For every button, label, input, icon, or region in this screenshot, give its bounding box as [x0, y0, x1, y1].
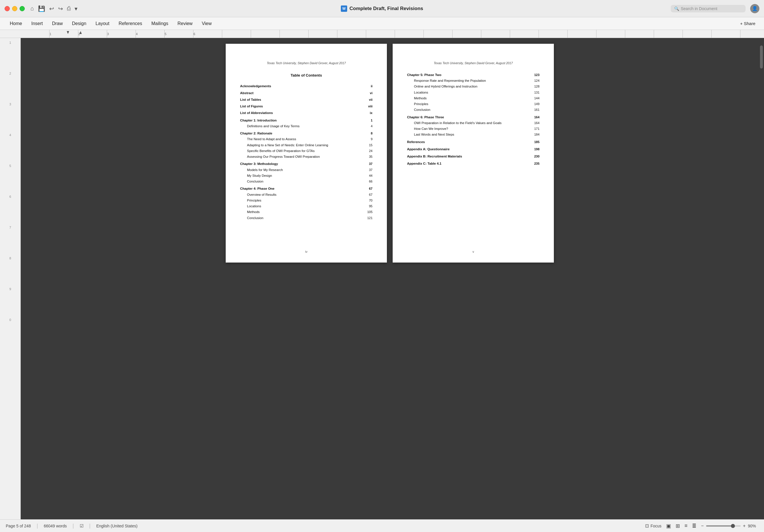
track-changes-icon[interactable]: ☑ [80, 523, 84, 529]
toc-entry-ch2-sub2: Adapting to a New Set of Needs: Enter On… [240, 143, 372, 148]
share-button[interactable]: + Share [737, 20, 758, 27]
focus-icon: ⊡ [645, 523, 649, 529]
ruler-mark-5: 5 [9, 164, 11, 168]
menu-draw[interactable]: Draw [48, 19, 67, 28]
toc-entry-ch5-sub5: Principles 149 [407, 101, 539, 106]
scrollbar-thumb[interactable] [760, 46, 763, 69]
toc-entry-ch4-sub1: Overview of Results 67 [240, 192, 372, 197]
title-bar-right: 🔍 Search in Document 👤 [671, 4, 759, 13]
separator-1: | [37, 523, 38, 529]
toc-entry-appendix-b: Appendix B: Recruitment Materials 230 [407, 154, 539, 159]
redo-icon[interactable]: ↪ [58, 5, 63, 12]
ruler-mark-7: 7 [9, 226, 11, 229]
scrollbar[interactable] [759, 38, 764, 519]
toc-entry-ch4-sub3: Locations 95 [240, 204, 372, 209]
page-right-footer: v [393, 249, 554, 254]
layout-icon-2[interactable]: ⊞ [675, 523, 680, 529]
traffic-lights [5, 6, 25, 11]
toc-entry-ch4: Chapter 4: Phase One 67 [240, 186, 372, 191]
menu-mailings[interactable]: Mailings [147, 19, 172, 28]
toc-entry-ch1-sub1: Definitions and Usage of Key Terms 4 [240, 124, 372, 129]
menu-layout[interactable]: Layout [92, 19, 113, 28]
toc-entry-list-tables: List of Tables vii [240, 97, 372, 102]
status-bar-right: ⊡ Focus ▣ ⊞ ≡ ≣ − + 90% [645, 523, 758, 529]
toc-entry-ch5: Chapter 5: Phase Two 123 [407, 73, 539, 78]
zoom-plus[interactable]: + [743, 523, 746, 529]
toc-entry-ch3-sub2: My Study Design 44 [240, 173, 372, 178]
zoom-slider-thumb[interactable] [731, 524, 735, 528]
toc-entry-ch6-sub1: OWI Preparation in Relation to the Field… [407, 121, 539, 125]
zoom-slider-fill [706, 525, 732, 527]
zoom-slider[interactable] [706, 525, 741, 527]
maximize-button[interactable] [20, 6, 25, 11]
ruler: 1 2 3 4 5 6 [0, 30, 764, 38]
toc-entry-ch4-sub5: Conclusion 121 [240, 216, 372, 221]
document-title: Complete Draft, Final Revisions [349, 6, 423, 12]
toc-entry-ch3-sub3: Conclusion 66 [240, 179, 372, 184]
page-left: Texas Tech University, Stephen David Gro… [226, 44, 387, 263]
menu-review[interactable]: Review [173, 19, 196, 28]
status-bar: Page 5 of 248 | 66049 words | ☑ | Englis… [0, 519, 764, 532]
avatar[interactable]: 👤 [750, 4, 759, 13]
menu-home[interactable]: Home [6, 19, 26, 28]
toc-entry-references: References 185 [407, 140, 539, 144]
separator-3: | [89, 523, 91, 529]
separator-2: | [73, 523, 74, 529]
toc-entry-ch5-sub6: Conclusion 161 [407, 107, 539, 112]
toc-entry-list-figures: List of Figures viii [240, 104, 372, 109]
ruler-mark-6: 6 [9, 195, 11, 198]
page-left-footer: iv [226, 249, 387, 254]
toc-entry-ch5-sub3: Locations 131 [407, 90, 539, 95]
page-info: Page 5 of 248 [6, 524, 31, 528]
toc-entry-ch2-sub1: The Need to Adapt and to Assess 9 [240, 137, 372, 142]
save-icon[interactable]: 💾 [38, 5, 45, 12]
toc-entry-ch5-sub4: Methods 144 [407, 96, 539, 101]
toc-entry-ch6: Chapter 6: Phase Three 164 [407, 115, 539, 120]
ruler-mark-10: 0 [9, 318, 11, 321]
menu-insert[interactable]: Insert [27, 19, 47, 28]
close-button[interactable] [5, 6, 10, 11]
word-app-icon: W [341, 5, 347, 12]
menu-references[interactable]: References [114, 19, 146, 28]
toc-entry-ch6-sub2: How Can We Improve? 171 [407, 126, 539, 131]
print-icon[interactable]: ⎙ [67, 5, 71, 12]
toc-entry-ch3: Chapter 3: Methodology 37 [240, 161, 372, 166]
toc-entry-ch6-sub3: Last Words and Next Steps 184 [407, 132, 539, 137]
ruler-mark-4: 4 [9, 133, 11, 137]
pages-container[interactable]: Texas Tech University, Stephen David Gro… [21, 38, 759, 519]
search-bar[interactable]: 🔍 Search in Document [671, 5, 746, 12]
layout-icon-3[interactable]: ≡ [684, 523, 688, 529]
focus-button[interactable]: ⊡ Focus [645, 523, 662, 529]
toc-entry-ch4-sub4: Methods 105 [240, 210, 372, 215]
toc-entry-ch5-sub2: Online and Hybrid Offerings and Instruct… [407, 84, 539, 89]
menu-view[interactable]: View [198, 19, 216, 28]
menu-bar-right: + Share [737, 20, 758, 27]
ruler-mark-8: 8 [9, 257, 11, 260]
toc-entry-abstract: Abstract vi [240, 91, 372, 95]
home-icon[interactable]: ⌂ [31, 5, 34, 12]
undo-icon[interactable]: ↩ [49, 5, 54, 12]
menu-design[interactable]: Design [68, 19, 91, 28]
customize-icon[interactable]: ▾ [75, 5, 78, 12]
search-placeholder: Search in Document [681, 6, 717, 11]
toc-entry-ch2-sub4: Assessing Our Progress Toward OWI Prepar… [240, 154, 372, 159]
minimize-button[interactable] [12, 6, 17, 11]
layout-icon-4[interactable]: ≣ [692, 523, 696, 529]
left-ruler: 1 2 3 4 5 6 7 8 9 0 [0, 38, 21, 519]
zoom-control[interactable]: − + 90% [701, 523, 758, 529]
ruler-mark-9: 9 [9, 287, 11, 291]
svg-text:4: 4 [136, 32, 138, 36]
zoom-minus[interactable]: − [701, 523, 703, 529]
svg-marker-6 [67, 31, 69, 34]
page-right: Texas Tech University, Stephen David Gro… [393, 44, 554, 263]
svg-text:5: 5 [165, 32, 166, 36]
page-left-header: Texas Tech University, Stephen David Gro… [240, 61, 372, 66]
zoom-level: 90% [748, 524, 758, 528]
toc-entry-ch5-sub1: Response Rate and Representing the Popul… [407, 78, 539, 83]
toc-entry-ch2-sub3: Specific Benefits of OWI Preparation for… [240, 148, 372, 153]
ruler-mark-2: 2 [9, 72, 11, 75]
title-bar: ⌂ 💾 ↩ ↪ ⎙ ▾ W Complete Draft, Final Revi… [0, 0, 764, 17]
menu-bar: Home Insert Draw Design Layout Reference… [0, 17, 764, 30]
layout-icon-1[interactable]: ▣ [666, 523, 671, 529]
toc-entry-ch4-sub2: Principles 70 [240, 198, 372, 203]
